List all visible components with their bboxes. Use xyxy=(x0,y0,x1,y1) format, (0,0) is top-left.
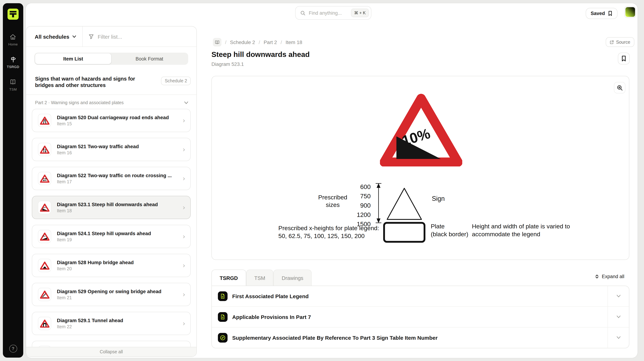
sidebar-nav-label: TSRGD xyxy=(7,65,19,69)
list-item[interactable]: 20% Diagram 524.1 Steep hill upwards ahe… xyxy=(32,225,191,248)
bookmark-icon xyxy=(608,11,612,16)
chevron-down-icon xyxy=(72,35,76,38)
view-toggle-button[interactable]: Book Format xyxy=(111,53,188,64)
content-tab-label: TSM xyxy=(254,275,265,281)
plate-size-note: Height and width of plate is varied to a… xyxy=(472,223,574,238)
accordion-row[interactable]: Applicable Provisions In Part 7 xyxy=(212,306,629,327)
panel-header: All schedules Filter list... xyxy=(26,27,196,47)
view-toggle-label: Book Format xyxy=(136,56,163,61)
avatar[interactable] xyxy=(624,6,636,18)
list-item[interactable]: Diagram 528 Hump bridge ahead Item 20 › xyxy=(32,254,191,277)
expand-all-button[interactable]: Expand all xyxy=(595,274,624,279)
plate-annotation-line1: Plate xyxy=(431,223,468,230)
list-item[interactable]: Diagram 520 Dual carriageway road ends a… xyxy=(32,109,191,132)
breadcrumb-link[interactable]: Part 2 xyxy=(259,39,277,45)
schedule-panel: All schedules Filter list... Item List B… xyxy=(26,26,197,357)
list-item[interactable]: Diagram 529 Opening or swing bridge ahea… xyxy=(32,283,191,306)
content-tab[interactable]: Drawings xyxy=(274,269,312,286)
sidebar-nav-label: Home xyxy=(8,42,18,46)
list-item-text: Diagram 523.1 Steep hill downwards ahead… xyxy=(57,202,180,213)
part-group-header[interactable]: Part 2 · Warning signs and associated pl… xyxy=(26,95,196,107)
chevron-down-icon xyxy=(608,327,629,348)
search-icon xyxy=(300,10,306,16)
help-icon[interactable]: ? xyxy=(9,345,17,352)
plate-annotation-line2: (black border) xyxy=(431,230,468,238)
list-item-subtitle: Item 17 xyxy=(57,179,180,184)
chevron-right-icon: › xyxy=(183,320,185,327)
collapse-all-button[interactable]: Collapse all xyxy=(26,347,196,356)
diagram-panel: 10% Prescribed sizes 60075090012001500 S… xyxy=(212,76,629,260)
chevron-down-icon xyxy=(608,286,629,306)
accordion-title: Supplementary Associated Plate By Refere… xyxy=(232,335,438,341)
page-title: Steep hill downwards ahead xyxy=(212,50,310,59)
accordion-section-icon xyxy=(218,333,228,342)
warning-sign-icon xyxy=(38,172,51,185)
app-logo[interactable] xyxy=(8,9,18,20)
avatar-image xyxy=(626,7,635,17)
sidebar-nav-icon xyxy=(10,33,17,41)
list-item-title: Diagram 520 Dual carriageway road ends a… xyxy=(57,115,180,120)
list-item[interactable]: Diagram 529.1 Tunnel ahead Item 22 › xyxy=(32,312,191,335)
view-toggle-button[interactable]: Item List xyxy=(35,53,111,64)
steep-hill-warning-sign: 10% xyxy=(380,93,462,166)
list-item-text: Diagram 524.1 Steep hill upwards ahead I… xyxy=(57,231,180,242)
external-link-icon xyxy=(610,40,614,44)
content-tab[interactable]: TSRGD xyxy=(212,269,246,286)
list-item[interactable]: 10% Diagram 523.1 Steep hill downwards a… xyxy=(32,196,191,219)
accordion-row[interactable]: First Associated Plate Legend xyxy=(212,286,629,306)
list-item-title: Diagram 528 Hump bridge ahead xyxy=(57,260,180,265)
bookmark-button[interactable] xyxy=(618,53,630,65)
breadcrumb: Schedule 2Part 2Item 18 xyxy=(213,38,302,47)
list-item-subtitle: Item 16 xyxy=(57,150,180,155)
xheights-line2: 50, 62.5, 75, 100, 125, 150, 200 xyxy=(278,232,379,240)
schedule-section-title: Signs that warn of hazards and signs for… xyxy=(35,76,142,88)
list-item[interactable]: Diagram 522 Two-way traffic on route cro… xyxy=(32,167,191,190)
list-item-title: Diagram 522 Two-way traffic on route cro… xyxy=(57,173,180,178)
chevron-right-icon: › xyxy=(183,262,185,269)
filter-input[interactable]: Filter list... xyxy=(83,27,196,47)
breadcrumb-items: Schedule 2Part 2Item 18 xyxy=(225,39,302,45)
bookmark-icon xyxy=(621,56,626,62)
zoom-in-button[interactable] xyxy=(614,82,626,93)
sidebar-nav-item[interactable]: TSM xyxy=(9,78,17,91)
accordion-row[interactable]: Supplementary Associated Plate By Refere… xyxy=(212,327,629,348)
sidebar-nav: Home TSRGD TSM xyxy=(7,33,19,91)
warning-sign-icon: 20% xyxy=(38,230,51,243)
zoom-in-icon xyxy=(617,85,623,91)
list-item-text: Diagram 521 Two-way traffic ahead Item 1… xyxy=(57,144,180,155)
saved-button[interactable]: Saved xyxy=(586,8,618,19)
list-item-text: Diagram 522 Two-way traffic on route cro… xyxy=(57,173,180,184)
prescribed-sizes-values: 60075090012001500 xyxy=(348,182,371,229)
search-input[interactable]: Find anything... ⌘ + K xyxy=(295,6,371,20)
accordion-section-icon xyxy=(218,312,228,322)
schedule-section-header: Signs that warn of hazards and signs for… xyxy=(26,65,196,95)
plate-annotation: Plate (black border) xyxy=(431,223,468,238)
source-button[interactable]: Source xyxy=(606,37,634,47)
schedule-dropdown[interactable]: All schedules xyxy=(26,27,83,47)
list-item-subtitle: Item 19 xyxy=(57,237,180,242)
content-tab[interactable]: TSM xyxy=(246,269,274,286)
chevron-down-icon xyxy=(608,307,629,327)
part-group-label: Part 2 · Warning signs and associated pl… xyxy=(35,100,124,105)
content-tab-label: Drawings xyxy=(282,275,304,281)
list-item-partial[interactable] xyxy=(32,341,191,347)
sidebar-nav-item[interactable]: Home xyxy=(8,33,18,46)
chevron-down-icon xyxy=(184,101,188,105)
schedule-dropdown-label: All schedules xyxy=(35,34,69,40)
sidebar-nav-label: TSM xyxy=(9,87,17,91)
accordion-title: First Associated Plate Legend xyxy=(232,293,308,299)
list-item-subtitle: Item 21 xyxy=(57,295,180,300)
list-item-subtitle: Item 22 xyxy=(57,324,180,329)
view-toggle: Item List Book Format xyxy=(26,47,196,65)
list-item-title: Diagram 524.1 Steep hill upwards ahead xyxy=(57,231,180,236)
warning-sign-icon xyxy=(38,259,51,272)
list-item-title: Diagram 521 Two-way traffic ahead xyxy=(57,144,180,149)
breadcrumb-link[interactable]: Item 18 xyxy=(280,39,302,45)
sidebar-nav-icon xyxy=(10,56,17,64)
list-item-subtitle: Item 18 xyxy=(57,208,180,213)
list-item[interactable]: Diagram 521 Two-way traffic ahead Item 1… xyxy=(32,138,191,161)
sidebar-nav-item[interactable]: TSRGD xyxy=(7,56,19,69)
breadcrumb-link[interactable]: Schedule 2 xyxy=(225,39,255,45)
dimension-arrow xyxy=(375,183,382,223)
chevron-right-icon: › xyxy=(183,175,185,182)
